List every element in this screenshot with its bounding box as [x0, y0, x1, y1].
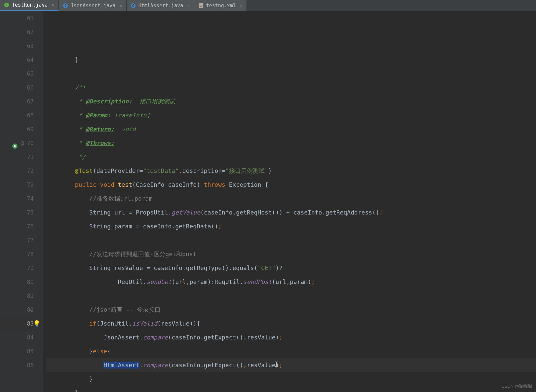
code-token: [caseInfo]	[111, 112, 150, 119]
code-token: *	[46, 139, 86, 146]
code-token: ;	[218, 223, 222, 230]
code-line[interactable]	[46, 233, 536, 247]
code-token	[46, 306, 89, 313]
gutter-line[interactable]: 84⌐	[0, 331, 34, 344]
gutter-line[interactable]: 81	[0, 289, 34, 303]
gutter-line[interactable]: 80⊟	[0, 275, 34, 289]
fold-marker-icon[interactable]: ⌐	[28, 16, 32, 20]
gutter-line[interactable]: 61⌐	[0, 11, 34, 25]
code-line[interactable]: String param = caseInfo.getReqData();	[46, 219, 536, 233]
gutter-line[interactable]: 76	[0, 219, 34, 233]
intention-bulb-icon[interactable]: 💡	[33, 317, 40, 331]
gutter-line[interactable]: 83💡	[0, 317, 34, 331]
code-token: (url	[272, 278, 286, 285]
code-token	[46, 181, 75, 188]
code-token: resValue)	[247, 334, 279, 341]
fold-marker-icon[interactable]: ⌐	[28, 349, 32, 354]
close-icon[interactable]: ×	[186, 3, 190, 8]
code-token	[46, 362, 103, 369]
close-icon[interactable]: ×	[50, 2, 54, 8]
code-line[interactable]: }	[46, 372, 536, 386]
code-line[interactable]	[46, 67, 536, 81]
gutter-line[interactable]: 86	[0, 358, 34, 372]
code-token: public void	[75, 181, 118, 188]
code-line[interactable]: * @Return: void	[46, 122, 536, 136]
editor-tab-3[interactable]: testng.xml×	[194, 0, 247, 11]
code-line[interactable]: String resValue = caseInfo.getReqType().…	[46, 261, 536, 275]
code-line[interactable]: JsonAssert.compare(caseInfo.getExpect(),…	[46, 331, 536, 344]
close-icon[interactable]: ×	[118, 3, 122, 8]
tab-label: JsonAssert.java	[71, 3, 115, 9]
code-token: ,	[243, 334, 247, 341]
code-token: //json断言 -- 登录接口	[89, 306, 161, 313]
code-token: throws	[204, 181, 229, 188]
code-line[interactable]: public void test(CaseInfo caseInfo) thro…	[46, 178, 536, 192]
code-token: @Throws:	[86, 139, 114, 146]
fold-marker-icon[interactable]: ⊟	[28, 307, 32, 312]
gutter-line[interactable]: 62	[0, 25, 34, 39]
editor-tab-2[interactable]: CHtmlAssert.java×	[127, 0, 194, 11]
gutter-line[interactable]: 77	[0, 233, 34, 247]
code-line[interactable]: @Test(dataProvider="testData",descriptio…	[46, 164, 536, 178]
code-token: if	[89, 320, 96, 327]
gutter-line[interactable]: 74	[0, 192, 34, 206]
code-line[interactable]: * @Description: 接口用例测试	[46, 95, 536, 108]
code-line[interactable]: * @Param: [caseInfo]	[46, 108, 536, 122]
code-line[interactable]: String url = PropsUtil.getValue(caseInfo…	[46, 206, 536, 219]
code-line[interactable]: }	[46, 386, 536, 392]
code-line[interactable]: ReqUtil.sendGet(url,param):ReqUtil.sendP…	[46, 275, 536, 289]
code-line[interactable]: }else{	[46, 344, 536, 358]
fold-marker-icon[interactable]: ⌐	[28, 335, 32, 340]
code-line[interactable]: if(JsonUtil.isValid(resValue)){	[46, 317, 536, 331]
gutter-line[interactable]: 78	[0, 247, 34, 261]
gutter-line[interactable]: 67	[0, 95, 34, 108]
gutter-line[interactable]: 70⊟@	[0, 136, 34, 150]
code-content[interactable]: I } /** * @Description: 接口用例测试 * @Param:…	[43, 11, 536, 392]
fold-marker-icon[interactable]: ⌐	[28, 113, 32, 118]
code-token: HtmlAssert	[103, 362, 139, 369]
code-line[interactable]: //json断言 -- 登录接口	[46, 303, 536, 317]
close-icon[interactable]: ×	[239, 3, 243, 8]
code-token: (url	[172, 278, 186, 285]
code-token: *	[46, 112, 86, 119]
code-line[interactable]: /**	[46, 81, 536, 95]
override-icon[interactable]: @	[20, 136, 24, 150]
code-line[interactable]: }	[46, 53, 536, 67]
gutter-line[interactable]: 68⌐	[0, 108, 34, 122]
gutter-line[interactable]: 64	[0, 53, 34, 67]
code-token: String url = PropsUtil.	[46, 209, 172, 216]
code-token: @Return:	[86, 126, 114, 133]
gutter-line[interactable]: 71	[0, 150, 34, 164]
gutter-line[interactable]: 66	[0, 81, 34, 95]
code-line[interactable]	[46, 289, 536, 303]
gutter-line[interactable]: 79	[0, 261, 34, 275]
code-line[interactable]: //准备数据url,param	[46, 192, 536, 206]
code-line[interactable]: */	[46, 150, 536, 164]
gutter-line[interactable]: 73	[0, 178, 34, 192]
code-token: JsonAssert.	[46, 334, 143, 341]
code-token: compare	[143, 334, 168, 341]
code-token: "接口用例测试"	[225, 167, 268, 174]
code-line[interactable]: //发送请求得到返回值-区分get和post	[46, 247, 536, 261]
gutter-line[interactable]: 65	[0, 67, 34, 81]
gutter-line[interactable]: 85⌐	[0, 344, 34, 358]
run-test-icon[interactable]	[12, 140, 18, 146]
fold-marker-icon[interactable]: ⊟	[28, 280, 32, 284]
gutter-line[interactable]: 75	[0, 206, 34, 219]
editor-tab-0[interactable]: CTestRun.java×	[0, 0, 59, 11]
fold-marker-icon[interactable]: ⊟	[28, 141, 32, 145]
editor-tab-1[interactable]: CJsonAssert.java×	[59, 0, 127, 11]
code-line[interactable]: HtmlAssert.compare(caseInfo.getExpect(),…	[46, 358, 536, 372]
gutter-line[interactable]: 72	[0, 164, 34, 178]
code-token: ,	[179, 167, 182, 174]
gutter-line[interactable]: 63⊟	[0, 39, 34, 53]
fold-marker-icon[interactable]: ⊟	[28, 44, 32, 48]
gutter-line[interactable]: 82⊟	[0, 303, 34, 317]
code-line[interactable]: * @Throws:	[46, 136, 536, 150]
code-token: "testData"	[143, 167, 179, 174]
gutter-line[interactable]: 69	[0, 122, 34, 136]
code-token: )	[268, 167, 272, 174]
svg-text:C: C	[64, 4, 67, 8]
code-token: )?	[276, 264, 283, 271]
code-token: String param = caseInfo.getReqData()	[46, 223, 218, 230]
